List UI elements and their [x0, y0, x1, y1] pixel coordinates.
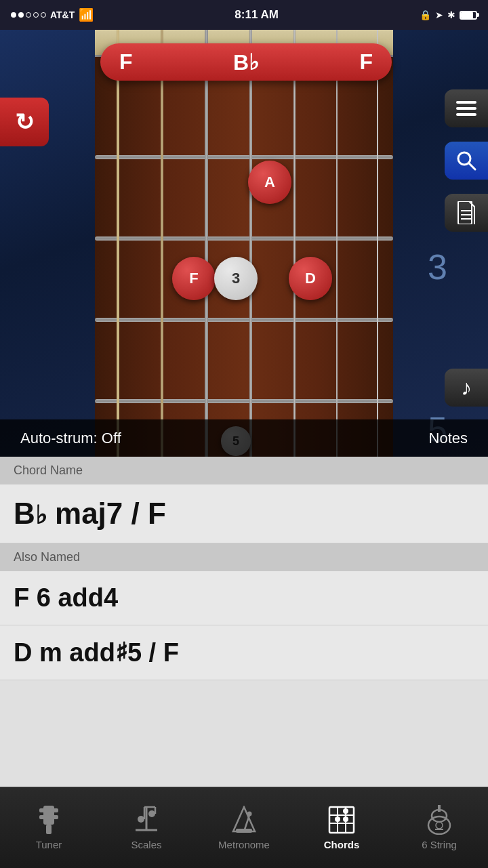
tab-label-sixstring: 6 String: [422, 839, 457, 850]
svg-rect-9: [43, 806, 54, 825]
tab-item-metronome[interactable]: Metronome: [195, 787, 293, 868]
status-right: 🔒 ➤ ✱: [420, 9, 477, 20]
status-left: AT&T 📶: [11, 7, 94, 22]
document-button[interactable]: [445, 194, 488, 232]
fret-line-3: [95, 318, 393, 322]
lock-icon: 🔒: [420, 9, 431, 20]
tab-bar: Tuner Scales: [0, 787, 488, 868]
scales-icon: [131, 805, 161, 835]
chord-name-value: B♭ maj7 / F: [0, 484, 488, 543]
svg-point-33: [343, 817, 348, 822]
signal-dots: [11, 12, 46, 18]
dot-2: [18, 12, 24, 18]
svg-line-4: [469, 163, 475, 169]
svg-point-18: [148, 810, 155, 817]
tab-item-sixstring[interactable]: 6 String: [390, 787, 488, 868]
fret-number-3: 3: [428, 247, 447, 287]
tab-label-scales: Scales: [131, 839, 161, 850]
note-dot-circle-3[interactable]: 3: [214, 257, 258, 300]
svg-point-34: [428, 817, 450, 834]
tab-item-chords[interactable]: Chords: [293, 787, 390, 868]
svg-rect-25: [236, 829, 252, 833]
svg-rect-2: [456, 113, 476, 116]
dot-1: [11, 12, 16, 18]
chord-bar-center: B♭: [233, 49, 259, 75]
chords-icon: [327, 805, 357, 835]
also-named-item-1: D m add♯5 / F: [0, 625, 488, 680]
svg-rect-26: [329, 807, 354, 833]
svg-rect-11: [53, 808, 58, 812]
svg-rect-36: [438, 805, 441, 812]
list-button[interactable]: [445, 89, 488, 127]
battery-fill: [461, 12, 473, 18]
svg-rect-0: [456, 101, 476, 104]
svg-point-37: [436, 822, 443, 829]
tab-item-tuner[interactable]: Tuner: [0, 787, 98, 868]
svg-rect-5: [458, 201, 472, 224]
tab-label-metronome: Metronome: [218, 839, 270, 850]
autostrum-label[interactable]: Auto-strum: Off: [20, 430, 121, 447]
string-6: [336, 30, 338, 457]
string-5: [293, 30, 296, 457]
tab-label-tuner: Tuner: [36, 839, 62, 850]
svg-rect-12: [39, 815, 45, 819]
svg-point-32: [335, 817, 340, 822]
tab-label-chords: Chords: [324, 839, 360, 850]
svg-marker-22: [233, 807, 255, 831]
status-bar: AT&T 📶 8:11 AM 🔒 ➤ ✱: [0, 0, 488, 30]
string-7: [377, 30, 378, 457]
note-dot-D[interactable]: D: [289, 257, 332, 300]
svg-rect-13: [53, 815, 58, 819]
svg-point-17: [138, 816, 144, 823]
also-named-item-0: F 6 add4: [0, 571, 488, 625]
guitar-neck: [95, 30, 393, 457]
music-button[interactable]: ♪: [445, 369, 488, 407]
fretboard-bottom-bar: Auto-strum: Off Notes: [0, 419, 488, 457]
fretboard-area[interactable]: F B♭ F 3 5 A F 3 D 5 ↻: [0, 30, 488, 457]
note-dot-F[interactable]: F: [172, 257, 216, 300]
clock: 8:11 AM: [235, 8, 279, 22]
bluetooth-icon: ✱: [447, 9, 455, 20]
notes-label[interactable]: Notes: [429, 430, 468, 447]
refresh-button[interactable]: ↻: [0, 98, 49, 146]
svg-rect-10: [39, 808, 45, 812]
info-section: Chord Name B♭ maj7 / F Also Named F 6 ad…: [0, 457, 488, 787]
chord-bar-left: F: [119, 49, 133, 75]
dot-4: [33, 12, 39, 18]
battery-indicator: [460, 11, 477, 20]
string-4: [249, 30, 252, 457]
svg-rect-14: [46, 825, 52, 834]
string-1: [117, 30, 119, 457]
svg-point-24: [247, 812, 252, 817]
sixstring-icon: [424, 805, 454, 835]
search-button[interactable]: [445, 142, 488, 180]
fret-line-4: [95, 399, 393, 403]
dot-3: [26, 12, 31, 18]
carrier-label: AT&T: [50, 9, 75, 20]
chord-bar: F B♭ F: [100, 43, 392, 81]
string-2: [161, 30, 163, 457]
svg-rect-1: [456, 107, 476, 110]
dot-5: [41, 12, 46, 18]
string-3: [205, 30, 208, 457]
fret-line-2: [95, 236, 393, 241]
fret-line-1: [95, 155, 393, 159]
chord-bar-right: F: [359, 49, 373, 75]
also-named-label: Also Named: [0, 543, 488, 571]
svg-point-31: [343, 808, 348, 814]
note-dot-A[interactable]: A: [248, 161, 291, 204]
metronome-icon: [229, 805, 259, 835]
location-icon: ➤: [435, 9, 443, 20]
wifi-icon: 📶: [79, 7, 94, 22]
tab-item-scales[interactable]: Scales: [98, 787, 195, 868]
tuner-icon: [34, 805, 64, 835]
chord-name-label: Chord Name: [0, 457, 488, 484]
